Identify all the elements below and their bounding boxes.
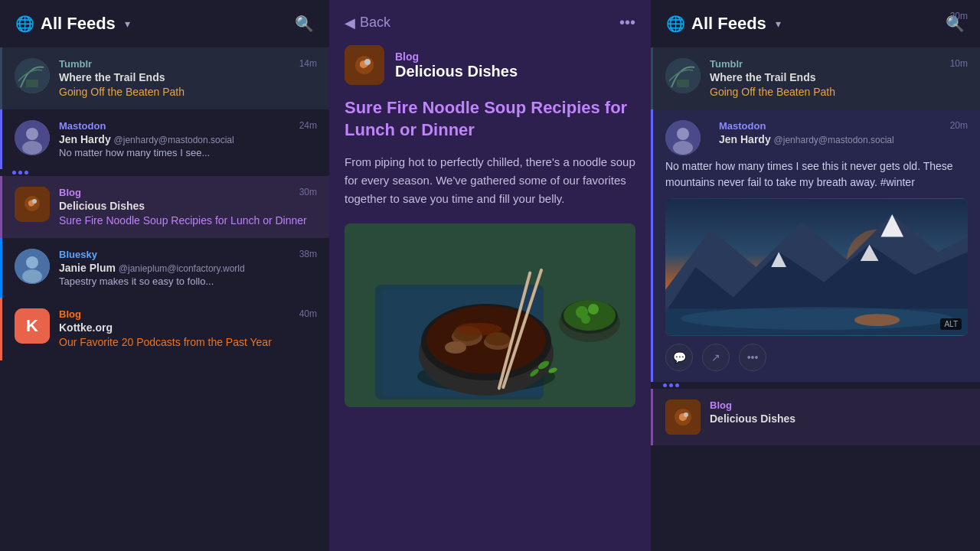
svg-point-59 [684, 412, 688, 417]
svg-rect-1 [26, 80, 38, 87]
svg-point-33 [564, 300, 616, 331]
bluesky-feed-content: Bluesky Janie Plum @janieplum@iconfactor… [59, 249, 317, 287]
left-feed-list: Tumblr Where the Trail Ends Going Off th… [0, 47, 329, 551]
svg-point-56 [854, 314, 900, 326]
svg-point-9 [26, 256, 38, 269]
feed-item-tumblr[interactable]: Tumblr Where the Trail Ends Going Off th… [0, 47, 329, 109]
chevron-down-icon[interactable]: ▾ [125, 18, 130, 30]
svg-point-27 [445, 341, 466, 354]
search-icon[interactable]: 🔍 [295, 15, 314, 33]
dishes-author: Delicious Dishes [59, 200, 317, 212]
right-feed-item-dishes[interactable]: Blog Delicious Dishes 30m [651, 389, 980, 445]
dishes-title: Sure Fire Noodle Soup Recipies for Lunch… [59, 214, 317, 227]
mastodon-handle: @jenhardy@mastodon.social [114, 135, 234, 145]
feed-item-dishes[interactable]: Blog Delicious Dishes Sure Fire Noodle S… [0, 176, 329, 238]
svg-point-4 [22, 141, 42, 155]
dot-2 [18, 171, 22, 174]
tumblr-author: Where the Trail Ends [59, 71, 317, 83]
right-dishes-author: Delicious Dishes [710, 412, 968, 425]
svg-text:K: K [26, 316, 38, 335]
svg-rect-0 [15, 58, 50, 93]
mastodon-author: Jen Hardy @jenhardy@mastodon.social [59, 133, 317, 145]
svg-point-3 [26, 128, 38, 140]
mastodon-action-buttons: 💬 ↗ ••• [665, 344, 968, 371]
right-dishes-source: Blog [710, 399, 968, 411]
svg-point-36 [581, 315, 590, 324]
avatar-bluesky [15, 249, 50, 284]
dishes-time: 30m [299, 187, 317, 197]
dishes-feed-content: Blog Delicious Dishes Sure Fire Noodle S… [59, 187, 317, 227]
right-mastodon-content: Mastodon Jen Hardy @jenhardy@mastodon.so… [719, 120, 968, 145]
detail-blog-info: Blog Delicious Dishes [395, 51, 518, 80]
alt-badge: ALT [940, 318, 962, 330]
back-label: Back [360, 15, 390, 31]
divider-dots [0, 169, 329, 176]
detail-blog-name: Delicious Dishes [395, 63, 518, 80]
detail-article-image [345, 223, 635, 407]
right-globe-icon: 🌐 [666, 15, 685, 33]
avatar-tumblr [15, 58, 50, 93]
mastodon-feed-content: Mastodon Jen Hardy @jenhardy@mastodon.so… [59, 120, 317, 158]
feed-item-bluesky[interactable]: Bluesky Janie Plum @janieplum@iconfactor… [0, 238, 329, 298]
right-tumblr-title: Going Off the Beaten Path [710, 85, 968, 99]
right-feed-item-mastodon-expanded[interactable]: Mastodon Jen Hardy @jenhardy@mastodon.so… [651, 109, 980, 382]
bluesky-handle: @janieplum@iconfactory.world [119, 263, 245, 274]
right-dot-2 [669, 383, 673, 387]
middle-detail-panel: ◀ Back ••• Blog Delicious Dishes Sure Fi… [329, 0, 651, 551]
right-mastodon-source: Mastodon [719, 120, 968, 132]
right-mastodon-author: Jen Hardy @jenhardy@mastodon.social [719, 133, 968, 145]
more-options-button[interactable]: ••• [619, 14, 635, 31]
back-button[interactable]: ◀ Back [345, 15, 390, 31]
mastodon-time: 24m [299, 120, 317, 131]
reply-button[interactable]: 💬 [665, 344, 693, 371]
svg-point-44 [673, 141, 693, 155]
right-chevron-down-icon[interactable]: ▾ [776, 18, 781, 30]
kottke-title: Our Favorite 20 Podcasts from the Past Y… [59, 335, 317, 349]
detail-blog-header: Blog Delicious Dishes [345, 45, 635, 85]
right-tumblr-content: Tumblr Where the Trail Ends Going Off th… [710, 58, 968, 99]
feed-item-kottke[interactable]: K Blog Kottke.org Our Favorite 20 Podcas… [0, 298, 329, 360]
dot-1 [12, 171, 16, 174]
detail-article-body: From piping hot to perfectly chilled, th… [345, 153, 635, 208]
mastodon-full-text: No matter how many times I see this it n… [665, 158, 968, 191]
right-partial-dots [651, 382, 980, 389]
right-dishes-content: Blog Delicious Dishes [710, 399, 968, 425]
bluesky-source: Bluesky [59, 249, 317, 260]
kottke-author: Kottke.org [59, 321, 317, 334]
left-feed-panel: 🌐 All Feeds ▾ 🔍 Tumblr Where the Trail E… [0, 0, 329, 551]
right-mastodon-time: 20m [950, 120, 968, 131]
right-avatar-tumblr [665, 58, 701, 93]
repost-button[interactable]: ↗ [702, 344, 730, 371]
right-dot-1 [663, 383, 667, 387]
detail-avatar [345, 45, 384, 85]
svg-point-55 [681, 308, 953, 331]
svg-point-10 [22, 269, 42, 283]
right-tumblr-author: Where the Trail Ends [710, 71, 968, 83]
right-tumblr-time: 10m [950, 58, 968, 69]
dishes-source: Blog [59, 187, 317, 198]
right-avatar-mastodon [665, 120, 701, 155]
feed-item-mastodon[interactable]: Mastodon Jen Hardy @jenhardy@mastodon.so… [0, 109, 329, 169]
bluesky-time: 38m [299, 249, 317, 259]
svg-rect-41 [677, 80, 689, 87]
right-header-left: 🌐 All Feeds ▾ [666, 14, 781, 34]
more-action-button[interactable]: ••• [739, 344, 766, 371]
svg-point-35 [588, 304, 599, 315]
right-feed-item-tumblr[interactable]: Tumblr Where the Trail Ends Going Off th… [651, 47, 980, 109]
mastodon-preview: No matter how many times I see... [59, 147, 317, 158]
svg-point-43 [677, 128, 689, 140]
svg-point-40 [665, 58, 701, 93]
left-header-left: 🌐 All Feeds ▾ [15, 14, 130, 34]
mastodon-mountain-image: ALT [665, 198, 968, 336]
tumblr-feed-content: Tumblr Where the Trail Ends Going Off th… [59, 58, 317, 99]
svg-point-7 [32, 199, 37, 204]
avatar-kottke: K [15, 308, 50, 344]
right-feed-list: Tumblr Where the Trail Ends Going Off th… [651, 47, 980, 551]
back-chevron-icon: ◀ [345, 15, 355, 31]
bowl-scene [345, 223, 635, 407]
left-panel-title: All Feeds [41, 14, 116, 34]
mastodon-expanded-inner: Mastodon Jen Hardy @jenhardy@mastodon.so… [665, 120, 968, 155]
bluesky-author: Janie Plum @janieplum@iconfactory.world [59, 262, 317, 274]
detail-source-label: Blog [395, 51, 518, 63]
bluesky-preview: Tapestry makes it so easy to follo... [59, 276, 317, 287]
